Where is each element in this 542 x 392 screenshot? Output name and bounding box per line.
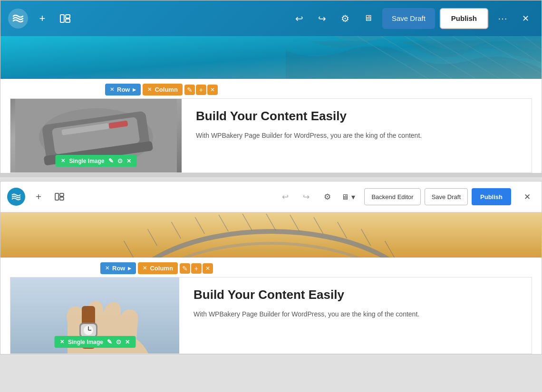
hero-image-1 [0, 36, 542, 79]
save-draft-button-1[interactable]: Save Draft [382, 8, 435, 29]
image-column-1: ✕ Single Image ✎ ⊙ ✕ [10, 99, 182, 172]
image-column-2: ✕ Single Image ✎ ⊙ ✕ [10, 277, 179, 354]
preview-button[interactable]: 🖥 [359, 10, 377, 27]
more-options-button[interactable]: ⋯ [494, 10, 511, 27]
undo-button[interactable]: ↩ [291, 10, 308, 27]
row-control-1[interactable]: ✕ Row ▸ [105, 84, 141, 96]
row-column-controls-1: ✕ Row ▸ ✕ Column ✎ + ✕ [0, 79, 542, 96]
add-element-button[interactable]: + [34, 10, 51, 27]
row-column-controls-2: ✕ Row ▸ ✕ Column ✎ + ✕ [0, 258, 542, 274]
column-edit-button[interactable]: ✎ [184, 85, 195, 95]
save-draft-button-2[interactable]: Save Draft [425, 188, 468, 205]
column-control-2[interactable]: ✕ Column [138, 262, 177, 274]
settings-button-2[interactable]: ⚙ [319, 189, 335, 204]
column-edit-button-2[interactable]: ✎ [180, 263, 190, 274]
column-add-button[interactable]: + [196, 85, 206, 95]
badge-edit-icon: ✎ [108, 157, 114, 164]
single-image-badge-1[interactable]: ✕ Single Image ✎ ⊙ ✕ [55, 155, 136, 167]
content-title-1: Build Your Content Easily [196, 108, 517, 124]
column-close-button[interactable]: ✕ [207, 85, 218, 95]
add-element-button-2[interactable]: + [31, 189, 46, 204]
content-row-1: ✕ Single Image ✎ ⊙ ✕ Build Your Content … [10, 98, 532, 173]
col-move-icon-2: ✕ [143, 265, 147, 271]
close-button-1[interactable]: ✕ [517, 10, 534, 27]
row-move-icon: ✕ [110, 86, 114, 93]
row-arrow-2: ▸ [128, 265, 131, 272]
redo-button[interactable]: ↪ [314, 10, 331, 27]
publish-button-2[interactable]: Publish [472, 188, 511, 205]
column-control-1[interactable]: ✕ Column [143, 84, 182, 96]
editor-panel-1: + ↩ ↪ ⚙ 🖥 Save Draft Publish [0, 0, 542, 173]
text-column-2: Build Your Content Easily With WPBakery … [179, 277, 532, 354]
badge-move-icon: ✕ [61, 158, 65, 164]
preview-button-2[interactable]: 🖥 ▾ [340, 189, 356, 204]
layout-button-2[interactable] [52, 189, 67, 204]
badge-edit-icon-2: ✎ [107, 338, 112, 345]
toolbar-actions-1: Save Draft Publish [382, 8, 488, 29]
content-description-1: With WPBakery Page Builder for WordPress… [196, 130, 517, 141]
layout-button[interactable] [57, 10, 74, 27]
badge-close-icon: ✕ [126, 158, 131, 164]
content-title-2: Build Your Content Easily [194, 287, 517, 303]
svg-rect-20 [60, 193, 64, 196]
content-description-2: With WPBakery Page Builder for WordPress… [194, 309, 517, 319]
svg-rect-22 [0, 212, 542, 258]
svg-rect-0 [60, 15, 64, 22]
backend-editor-button[interactable]: Backend Editor [364, 188, 420, 205]
badge-close-icon-2: ✕ [125, 339, 130, 345]
settings-button[interactable]: ⚙ [337, 10, 354, 27]
text-column-1: Build Your Content Easily With WPBakery … [182, 99, 532, 172]
row-move-icon-2: ✕ [105, 265, 109, 271]
editor-panel-2: + ↩ ↪ ⚙ 🖥 ▾ Backend Editor Save Draft Pu… [0, 181, 542, 354]
badge-move-icon-2: ✕ [60, 339, 64, 345]
logo-icon[interactable] [8, 9, 28, 29]
badge-copy-icon: ⊙ [117, 157, 123, 164]
row-arrow: ▸ [133, 86, 136, 93]
toolbar-1: + ↩ ↪ ⚙ 🖥 Save Draft Publish [0, 0, 542, 36]
publish-button-1[interactable]: Publish [440, 8, 488, 29]
column-close-button-2[interactable]: ✕ [203, 263, 213, 274]
col-move-icon: ✕ [147, 86, 152, 93]
panel-gap [0, 173, 542, 177]
toolbar-2: + ↩ ↪ ⚙ 🖥 ▾ Backend Editor Save Draft Pu… [0, 182, 542, 212]
hero-image-2 [0, 212, 542, 258]
svg-rect-21 [60, 197, 64, 200]
content-row-2: ✕ Single Image ✎ ⊙ ✕ Build Your Content … [10, 277, 532, 354]
badge-copy-icon-2: ⊙ [116, 338, 121, 345]
svg-rect-2 [66, 19, 70, 22]
single-image-badge-2[interactable]: ✕ Single Image ✎ ⊙ ✕ [54, 336, 136, 348]
svg-rect-1 [66, 15, 70, 18]
row-control-2[interactable]: ✕ Row ▸ [100, 262, 136, 274]
redo-button-2[interactable]: ↪ [299, 189, 314, 204]
column-add-button-2[interactable]: + [191, 263, 202, 274]
undo-button-2[interactable]: ↩ [278, 189, 293, 204]
svg-rect-19 [55, 193, 58, 200]
close-button-2[interactable]: ✕ [520, 189, 535, 204]
logo-icon-2[interactable] [7, 188, 25, 206]
